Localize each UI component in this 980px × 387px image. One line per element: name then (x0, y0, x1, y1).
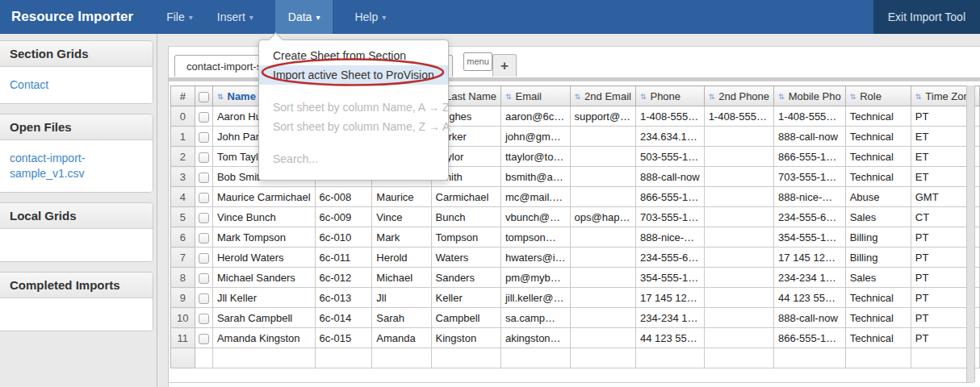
cell-last-name[interactable] (431, 348, 500, 368)
cell-mobile-phone[interactable]: 888-call-now (774, 308, 846, 328)
cell-second-phone[interactable] (704, 268, 773, 288)
cell-name[interactable]: Michael Sanders (212, 268, 315, 288)
cell-last-name[interactable]: Keller (431, 288, 500, 308)
cell-phone[interactable]: 234-234 1… (635, 308, 704, 328)
cell-role[interactable]: Technical (845, 308, 911, 328)
cell-second-email[interactable] (570, 308, 635, 328)
cell-email[interactable]: jill.keller@… (500, 288, 570, 308)
sheet-menu-button[interactable]: menu (463, 52, 492, 71)
cell-mobile-phone[interactable] (774, 348, 846, 368)
cell-name[interactable]: Amanda Kingston (212, 328, 315, 348)
cell-hidden-col-2[interactable]: Maurice (372, 187, 431, 207)
row-checkbox[interactable] (199, 233, 209, 243)
cell-phone[interactable]: 503-555-1… (635, 147, 704, 167)
cell-second-email[interactable]: support@… (570, 106, 635, 127)
cell-hidden-col-2[interactable]: Vince (372, 207, 431, 227)
menu-item-sort-name-za[interactable]: Sort sheet by column Name, Z → A (259, 117, 448, 136)
cell-hidden-col-2[interactable]: Michael (372, 268, 431, 288)
menu-help[interactable]: Help▾ (342, 0, 398, 34)
cell-phone[interactable] (635, 348, 704, 368)
cell-email[interactable]: aaron@6c… (500, 106, 570, 127)
row-checkbox[interactable] (199, 293, 209, 304)
row-number[interactable]: 3 (171, 167, 195, 187)
row-number[interactable]: 10 (171, 308, 195, 328)
cell-second-phone[interactable] (704, 248, 773, 268)
cell-email[interactable]: john@gm… (500, 127, 570, 147)
cell-hidden-col-1[interactable]: 6c-015 (315, 328, 372, 348)
cell-name[interactable]: Mark Tompson (212, 227, 315, 248)
cell-second-phone[interactable]: 1-408-555… (704, 106, 773, 127)
cell-name[interactable] (212, 348, 315, 368)
cell-email[interactable]: akingston… (500, 328, 570, 348)
cell-hidden-col-2[interactable]: Amanda (372, 328, 431, 348)
cell-hidden-col-2[interactable] (372, 348, 431, 368)
cell-hidden-col-1[interactable]: 6c-014 (315, 308, 372, 328)
cell-second-phone[interactable] (704, 308, 773, 328)
row-checkbox[interactable] (199, 132, 209, 143)
cell-role[interactable]: Billing (845, 227, 911, 248)
column-header-select-all[interactable] (195, 86, 212, 106)
cell-role[interactable]: Technical (845, 288, 911, 308)
cell-hidden-col-1[interactable]: 6c-012 (315, 268, 372, 288)
cell-last-name[interactable]: Tompson (431, 227, 500, 248)
cell-hidden-col-1[interactable]: 6c-009 (315, 207, 372, 227)
cell-second-email[interactable] (570, 328, 635, 348)
add-sheet-tab[interactable]: + (492, 54, 517, 77)
cell-second-phone[interactable] (704, 227, 773, 248)
exit-import-tool-button[interactable]: Exit Import Tool (873, 0, 980, 34)
row-checkbox[interactable] (199, 314, 209, 324)
cell-mobile-phone[interactable]: 44 123 55… (774, 288, 846, 308)
cell-phone[interactable]: 354-555-1… (635, 268, 704, 288)
cell-phone[interactable]: 234-555-6… (635, 248, 704, 268)
cell-second-email[interactable] (570, 248, 635, 268)
cell-hidden-col-2[interactable]: Mark (372, 227, 431, 248)
row-number[interactable] (171, 348, 195, 368)
cell-second-email[interactable] (570, 167, 635, 187)
row-checkbox[interactable] (199, 152, 209, 163)
cell-phone[interactable]: 234.634.1… (635, 127, 704, 147)
cell-mobile-phone[interactable]: 703-555-1… (774, 167, 846, 187)
cell-last-name[interactable]: Carmichael (431, 187, 500, 207)
row-number[interactable]: 5 (171, 207, 195, 227)
cell-phone[interactable]: 888-nice-… (635, 227, 704, 248)
cell-mobile-phone[interactable]: 866-555-1… (774, 328, 846, 348)
cell-hidden-col-1[interactable]: 6c-008 (315, 187, 372, 207)
cell-second-email[interactable]: ops@hap… (570, 207, 635, 227)
cell-hidden-col-1[interactable]: 6c-010 (315, 227, 372, 248)
cell-second-phone[interactable] (704, 167, 773, 187)
cell-second-email[interactable] (570, 348, 635, 368)
cell-role[interactable]: Technical (845, 127, 911, 147)
cell-hidden-col-1[interactable]: 6c-013 (315, 288, 372, 308)
cell-name[interactable]: Jll Keller (212, 288, 315, 308)
sidebar-item-open-file[interactable]: contact-import-sample_v1.csv (10, 152, 85, 180)
cell-role[interactable]: Technical (845, 167, 911, 187)
column-header-second-phone[interactable]: ⇅2nd Phone (704, 86, 773, 106)
row-number[interactable]: 8 (171, 268, 195, 288)
cell-phone[interactable]: 703-555-1… (635, 207, 704, 227)
cell-second-phone[interactable] (704, 328, 773, 348)
cell-name[interactable]: Herold Waters (212, 248, 315, 268)
row-number[interactable]: 0 (171, 106, 195, 127)
cell-second-email[interactable] (570, 187, 635, 207)
menu-item-create-sheet-from-section[interactable]: Create Sheet from Section (259, 46, 448, 65)
menu-item-sort-name-az[interactable]: Sort sheet by column Name, A → Z (259, 98, 448, 117)
cell-second-phone[interactable] (704, 187, 773, 207)
menu-file[interactable]: File▾ (154, 0, 205, 34)
cell-second-phone[interactable] (704, 127, 773, 147)
cell-phone[interactable]: 888-call-now (635, 167, 704, 187)
sidebar-item-contact[interactable]: Contact (10, 78, 48, 91)
cell-hidden-col-2[interactable]: Sarah (372, 308, 431, 328)
cell-mobile-phone[interactable]: 234-555-6… (774, 207, 846, 227)
cell-phone[interactable]: 1-408-555… (635, 106, 704, 127)
cell-name[interactable]: Sarah Campbell (212, 308, 315, 328)
cell-email[interactable]: sa.camp… (500, 308, 570, 328)
row-number[interactable]: 9 (171, 288, 195, 308)
cell-email[interactable]: ttaylor@to… (500, 147, 570, 167)
column-header-mobile-phone[interactable]: ⇅Mobile Pho (774, 86, 846, 106)
row-checkbox[interactable] (199, 273, 209, 284)
cell-mobile-phone[interactable]: 1-408-555… (774, 106, 846, 127)
row-checkbox[interactable] (199, 213, 209, 223)
cell-phone[interactable]: 44 123 55… (635, 328, 704, 348)
cell-hidden-col-2[interactable]: Jll (372, 288, 431, 308)
row-checkbox[interactable] (199, 173, 209, 183)
